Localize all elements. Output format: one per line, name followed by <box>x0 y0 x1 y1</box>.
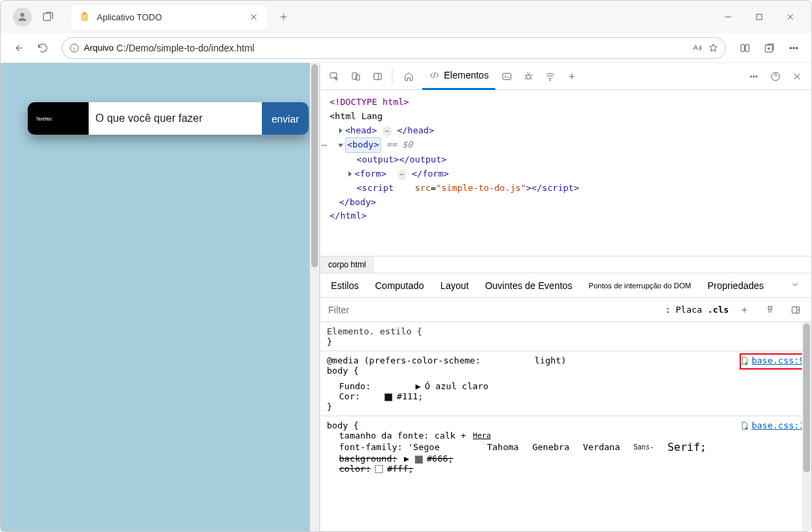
styles-filter-row: : Placa .cls <box>320 298 811 322</box>
chevron-down-icon <box>790 279 800 290</box>
dom-tree[interactable]: <!DOCTYPE html> <html Lang <head> ⋯ </he… <box>320 90 811 256</box>
star-icon[interactable] <box>708 43 719 53</box>
elements-tab-label: Elementos <box>444 70 489 81</box>
breadcrumb-item[interactable]: corpo html <box>320 257 374 273</box>
svg-point-21 <box>756 76 757 77</box>
styles-tab-ouvintes[interactable]: Ouvintes de Eventos <box>485 280 572 291</box>
read-aloud-icon[interactable] <box>692 43 702 53</box>
tabs-icon <box>42 11 54 23</box>
svg-point-25 <box>745 427 748 430</box>
svg-point-18 <box>549 79 550 80</box>
close-window-button[interactable] <box>775 6 806 28</box>
help-icon <box>770 71 781 82</box>
network-tab[interactable] <box>540 66 560 87</box>
styles-expand-button[interactable] <box>790 279 800 292</box>
svg-rect-6 <box>741 44 744 51</box>
menu-button[interactable] <box>782 36 806 60</box>
brush-icon <box>765 305 775 315</box>
new-style-button[interactable] <box>734 300 754 320</box>
styles-filter-input[interactable] <box>325 305 660 315</box>
address-bar: Arquivo C:/Demo/simple-to-do/index.html <box>1 33 811 63</box>
page-viewport: Tarefas: O que você quer fazer enviar <box>1 63 320 531</box>
todo-form: Tarefas: O que você quer fazer enviar <box>28 102 309 135</box>
page-scrollbar[interactable] <box>310 63 319 531</box>
rule-element-style[interactable]: Elemento. estilo { } <box>320 322 811 351</box>
browser-tab[interactable]: Aplicativo TODO <box>71 5 267 29</box>
elements-tab[interactable]: Elementos <box>422 63 495 90</box>
svg-rect-16 <box>503 73 511 79</box>
computed-toggle-button[interactable] <box>786 300 806 320</box>
rule-media-body[interactable]: @media (prefers-color-scheme: light) bod… <box>320 351 811 416</box>
todo-label: Tarefas: <box>28 102 89 135</box>
content-area: Tarefas: O que você quer fazer enviar El… <box>1 63 811 531</box>
svg-rect-15 <box>374 73 382 79</box>
plus-icon <box>739 305 750 315</box>
devtools-close-button[interactable] <box>787 66 807 87</box>
svg-point-17 <box>526 74 531 79</box>
file-icon <box>740 421 749 430</box>
inspect-button[interactable] <box>324 66 344 87</box>
close-icon <box>785 12 796 22</box>
styles-tab-dom-bp[interactable]: Pontos de interrupção do DOM <box>589 282 692 290</box>
maximize-icon <box>754 12 765 22</box>
console-tab[interactable] <box>497 66 517 87</box>
cls-button[interactable]: .cls <box>708 305 729 315</box>
svg-point-10 <box>793 47 794 48</box>
refresh-button[interactable] <box>30 36 55 60</box>
styles-tab-propriedades[interactable]: Propriedades <box>708 280 764 291</box>
arrow-left-icon <box>12 42 24 54</box>
address-text: C:/Demo/simple-to-do/index.html <box>116 43 692 53</box>
address-input[interactable]: Arquivo C:/Demo/simple-to-do/index.html <box>62 37 726 59</box>
profile-button[interactable] <box>13 7 32 26</box>
welcome-tab[interactable] <box>397 63 421 90</box>
dock-button[interactable] <box>367 66 388 87</box>
device-icon <box>351 71 361 82</box>
submit-button[interactable]: enviar <box>262 102 309 135</box>
wifi-icon <box>545 71 556 82</box>
css-source-link-2[interactable]: base.css:1 <box>740 420 805 430</box>
console-icon <box>501 71 512 82</box>
close-icon[interactable] <box>248 12 259 22</box>
dock-icon <box>372 71 383 82</box>
svg-rect-2 <box>82 14 87 21</box>
collections-icon <box>763 42 775 54</box>
styles-scrollbar[interactable] <box>802 322 811 531</box>
dots-icon <box>748 71 759 82</box>
sources-tab[interactable] <box>518 66 539 87</box>
device-toggle-button[interactable] <box>346 66 366 87</box>
styles-body: Elemento. estilo { } @media (prefers-col… <box>320 322 811 531</box>
maximize-button[interactable] <box>744 6 775 28</box>
split-screen-button[interactable] <box>733 36 757 60</box>
brush-button[interactable] <box>760 300 780 320</box>
svg-point-9 <box>790 47 791 48</box>
minimize-button[interactable] <box>713 6 744 28</box>
devtools-tabbar: Elementos <box>320 63 811 90</box>
devtools-more-button[interactable] <box>744 66 764 87</box>
address-scheme: Arquivo <box>84 43 114 53</box>
styles-tab-estilos[interactable]: Estilos <box>331 280 359 291</box>
panel-icon <box>790 305 801 315</box>
tab-actions-button[interactable] <box>39 7 58 26</box>
styles-tab-layout[interactable]: Layout <box>441 280 469 291</box>
svg-rect-3 <box>83 12 86 14</box>
todo-input[interactable]: O que você quer fazer <box>89 102 262 135</box>
styles-tab-computado[interactable]: Computado <box>375 280 424 291</box>
more-tabs-button[interactable] <box>562 66 582 87</box>
close-icon <box>792 71 803 82</box>
refresh-icon <box>37 42 49 54</box>
dots-icon <box>788 42 800 54</box>
svg-point-0 <box>20 13 24 17</box>
new-tab-button[interactable] <box>273 6 294 28</box>
hov-button[interactable]: : Placa <box>665 305 702 315</box>
dom-breadcrumb[interactable]: corpo html <box>320 256 811 273</box>
home-icon <box>403 71 414 82</box>
svg-rect-4 <box>757 14 762 20</box>
devtools-help-button[interactable] <box>765 66 786 87</box>
minimize-icon <box>723 12 734 22</box>
back-button[interactable] <box>6 36 30 60</box>
plus-icon <box>566 71 577 82</box>
rule-body-2[interactable]: body { base.css:1 tamanho da fonte: calk… <box>320 416 811 478</box>
titlebar: Aplicativo TODO <box>1 1 811 33</box>
collections-button[interactable] <box>757 36 782 60</box>
bug-icon <box>523 71 534 82</box>
